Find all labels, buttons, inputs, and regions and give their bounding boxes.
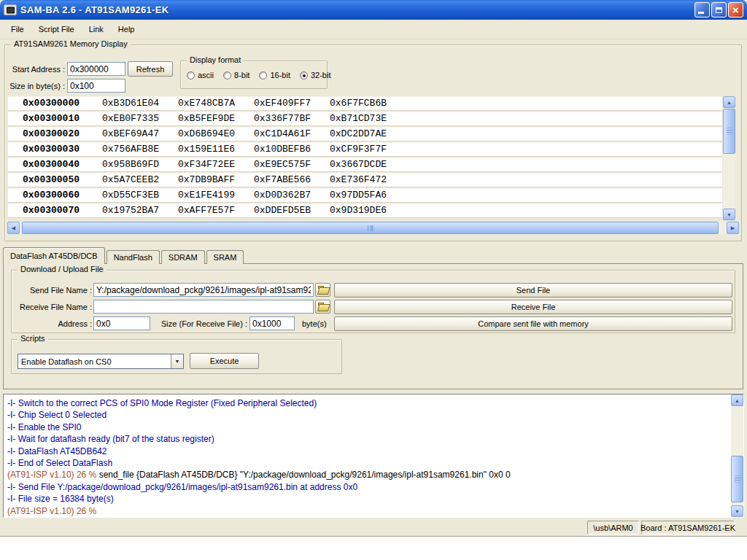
thumb-grip-icon bbox=[367, 225, 374, 231]
browse-send-file-button[interactable] bbox=[315, 283, 330, 297]
tab-panel: Download / Upload File Send File Name : … bbox=[3, 263, 743, 389]
memory-value: 0xDC2DD7AE bbox=[330, 128, 722, 139]
scroll-down-button[interactable]: ▼ bbox=[731, 505, 743, 517]
scripts-group: Scripts Enable Dataflash on CS0 ▼ Execut… bbox=[11, 339, 342, 374]
memory-value: 0xB3D61E04 bbox=[102, 98, 178, 109]
menu-bar: FileScript FileLinkHelp bbox=[0, 20, 747, 39]
receive-size-input[interactable] bbox=[249, 316, 295, 330]
dropdown-button[interactable]: ▼ bbox=[171, 354, 183, 368]
memory-value: 0x5A7CEEB2 bbox=[102, 174, 178, 185]
log-vertical-scrollbar[interactable]: ▲ ▼ bbox=[731, 394, 743, 517]
memory-value: 0xEB0F7335 bbox=[102, 113, 178, 124]
display-format-radio[interactable]: 8-bit bbox=[223, 71, 249, 79]
app-window: SAM-BA 2.6 - AT91SAM9261-EK × FileScript… bbox=[0, 0, 747, 537]
log-line: -I- DataFlash AT45DB642 bbox=[7, 446, 739, 457]
restore-button[interactable] bbox=[711, 2, 727, 18]
memory-row: 0x00300010 0xEB0F7335 0xB5FEF9DE 0x336F7… bbox=[8, 112, 722, 125]
scrollbar-thumb[interactable] bbox=[731, 456, 743, 502]
receive-file-name-input[interactable] bbox=[93, 300, 314, 314]
radio-label: ascii bbox=[198, 71, 214, 79]
memory-value: 0xE9EC575F bbox=[254, 159, 330, 170]
connection-status: \usb\ARM0 bbox=[587, 521, 639, 534]
memory-value: 0x97DD5FA6 bbox=[330, 190, 722, 201]
scroll-down-button[interactable]: ▼ bbox=[723, 209, 735, 220]
address-input[interactable] bbox=[93, 316, 150, 330]
close-button[interactable]: × bbox=[728, 2, 743, 18]
menu-item[interactable]: Link bbox=[82, 22, 111, 36]
display-format-radio[interactable]: 16-bit bbox=[259, 71, 290, 79]
memory-value: 0xF34F72EE bbox=[178, 159, 254, 170]
tab[interactable]: NandFlash bbox=[107, 250, 160, 264]
display-format-group-title: Display format bbox=[187, 55, 244, 64]
memory-value: 0xE736F472 bbox=[330, 174, 722, 185]
memory-value: 0x19752BA7 bbox=[102, 205, 178, 216]
log-prompt: (AT91-ISP v1.10) 26 % bbox=[7, 470, 99, 480]
window-title: SAM-BA 2.6 - AT91SAM9261-EK bbox=[20, 4, 169, 15]
minimize-icon bbox=[698, 12, 704, 14]
memory-value: 0xD0D362B7 bbox=[254, 190, 330, 201]
memory-display-group: AT91SAM9261 Memory Display Start Address… bbox=[4, 44, 742, 241]
script-select[interactable]: Enable Dataflash on CS0 ▼ bbox=[18, 354, 184, 369]
tab[interactable]: SRAM bbox=[206, 250, 244, 264]
send-file-name-input[interactable] bbox=[93, 283, 314, 297]
tab[interactable]: DataFlash AT45DB/DCB bbox=[3, 247, 105, 264]
display-format-radio[interactable]: ascii bbox=[187, 71, 214, 79]
memory-value: 0x6F7FCB6B bbox=[330, 98, 722, 109]
memory-address: 0x00300010 bbox=[23, 113, 102, 124]
address-label: Address : bbox=[16, 319, 92, 328]
scroll-up-button[interactable]: ▲ bbox=[731, 394, 743, 406]
memory-value: 0xF7ABE566 bbox=[254, 174, 330, 185]
log-text: -I- Wait for dataflash ready (bit7 of th… bbox=[7, 434, 214, 444]
memory-value: 0xBEF69A47 bbox=[102, 128, 178, 139]
scrollbar-thumb[interactable] bbox=[22, 222, 719, 234]
thumb-grip-icon bbox=[727, 128, 732, 135]
memory-address: 0x00300030 bbox=[23, 144, 102, 155]
display-format-radio[interactable]: 32-bit bbox=[300, 71, 331, 79]
refresh-button[interactable]: Refresh bbox=[128, 61, 173, 77]
log-text: -I- DataFlash AT45DB642 bbox=[7, 446, 107, 456]
scripts-group-title: Scripts bbox=[18, 334, 48, 343]
send-file-name-label: Send File Name : bbox=[16, 286, 92, 295]
send-file-button[interactable]: Send File bbox=[334, 283, 732, 298]
memory-row: 0x00300060 0xD55CF3EB 0xE1FE4199 0xD0D36… bbox=[8, 188, 722, 202]
scroll-left-button[interactable]: ◀ bbox=[7, 222, 20, 234]
log-text: -I- Send File Y:/package/download_pckg/9… bbox=[7, 482, 357, 492]
memory-value: 0xB5FEF9DE bbox=[178, 113, 254, 124]
memory-value: 0xEF409FF7 bbox=[254, 98, 330, 109]
thumb-grip-icon bbox=[735, 476, 740, 483]
up-arrow-icon: ▲ bbox=[727, 100, 732, 105]
log-text: -I- File size = 16384 byte(s) bbox=[7, 494, 114, 504]
memory-row: 0x00300020 0xBEF69A47 0xD6B694E0 0xC1D4A… bbox=[8, 127, 722, 141]
memory-value: 0x10DBEFB6 bbox=[254, 144, 330, 155]
up-arrow-icon: ▲ bbox=[735, 398, 740, 403]
radio-label: 32-bit bbox=[311, 71, 331, 79]
memory-value: 0xB71CD73E bbox=[330, 113, 722, 124]
start-address-input[interactable] bbox=[67, 62, 125, 76]
flash-tabs: DataFlash AT45DB/DCBNandFlashSDRAMSRAM bbox=[3, 247, 245, 264]
execute-button[interactable]: Execute bbox=[190, 353, 259, 369]
browse-receive-file-button[interactable] bbox=[315, 300, 330, 314]
radio-label: 8-bit bbox=[234, 71, 249, 79]
receive-file-button[interactable]: Receive File bbox=[334, 300, 732, 314]
down-arrow-icon: ▼ bbox=[735, 509, 740, 514]
memory-row: 0x00300070 0x19752BA7 0xAFF7E57F 0xDDEFD… bbox=[8, 203, 722, 217]
size-in-bytes-input[interactable] bbox=[67, 79, 125, 93]
window-controls: × bbox=[694, 2, 743, 18]
title-bar[interactable]: SAM-BA 2.6 - AT91SAM9261-EK × bbox=[0, 0, 747, 20]
tab[interactable]: SDRAM bbox=[161, 250, 205, 264]
menu-item[interactable]: Help bbox=[111, 22, 142, 36]
restore-icon bbox=[716, 7, 722, 13]
memory-value: 0xAFF7E57F bbox=[178, 205, 254, 216]
memory-vertical-scrollbar[interactable]: ▲ ▼ bbox=[723, 96, 735, 220]
memory-row: 0x00300050 0x5A7CEEB2 0x7DB9BAFF 0xF7ABE… bbox=[8, 173, 722, 187]
scroll-right-button[interactable]: ▶ bbox=[727, 222, 739, 234]
scrollbar-thumb[interactable] bbox=[723, 109, 735, 154]
menu-item[interactable]: Script File bbox=[31, 22, 82, 36]
log-console[interactable]: -I- Switch to the correct PCS of SPI0 Mo… bbox=[3, 394, 744, 518]
log-text: -I- Chip Select 0 Selected bbox=[7, 410, 107, 420]
compare-button[interactable]: Compare sent file with memory bbox=[334, 316, 732, 331]
menu-item[interactable]: File bbox=[4, 22, 31, 36]
memory-horizontal-scrollbar[interactable]: ◀ ▶ bbox=[7, 222, 739, 234]
scroll-up-button[interactable]: ▲ bbox=[723, 96, 735, 108]
minimize-button[interactable] bbox=[694, 2, 710, 18]
